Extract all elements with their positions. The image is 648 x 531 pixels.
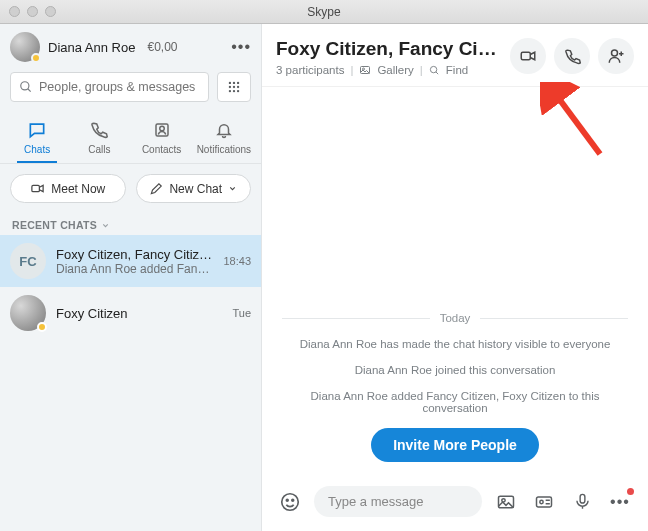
contact-card-button[interactable] [530,488,558,516]
avatar [10,295,46,331]
search-icon [19,80,33,94]
compose-icon [149,182,163,196]
tab-calls[interactable]: Calls [68,116,130,163]
svg-point-3 [233,82,235,84]
svg-rect-27 [580,494,585,503]
chat-title: Foxy Citizen, Fancy Citizen [56,247,213,262]
svg-rect-25 [537,497,552,507]
window-title: Skype [307,5,340,19]
more-composer-button[interactable]: ••• [606,488,634,516]
close-window-icon[interactable] [9,6,20,17]
gallery-icon [359,64,371,76]
svg-point-12 [159,126,164,131]
mic-icon [573,492,592,511]
tab-label: Contacts [142,144,181,155]
new-chat-button[interactable]: New Chat [136,174,252,203]
chat-item[interactable]: Foxy Citizen Tue [0,287,261,339]
svg-rect-18 [521,52,530,60]
svg-point-4 [237,82,239,84]
more-icon: ••• [610,493,630,511]
video-icon [30,181,45,196]
chat-preview: Diana Ann Roe added Fancy … [56,262,213,276]
tab-label: Notifications [197,144,251,155]
message-area: Today Diana Ann Roe has made the chat hi… [262,87,648,476]
profile-row[interactable]: Diana Ann Roe €0,00 ••• [0,24,261,68]
tab-chats[interactable]: Chats [6,116,68,163]
chat-time: Tue [232,307,251,319]
audio-call-button[interactable] [554,38,590,74]
button-label: New Chat [169,182,222,196]
chevron-down-icon [101,221,110,230]
video-icon [519,47,537,65]
find-link[interactable]: Find [446,64,468,76]
svg-point-20 [282,493,299,510]
svg-line-17 [436,71,438,73]
meet-now-button[interactable]: Meet Now [10,174,126,203]
card-icon [534,492,554,512]
svg-point-26 [540,500,543,503]
search-icon [429,65,440,76]
invite-more-button[interactable]: Invite More People [371,428,539,462]
add-people-button[interactable] [598,38,634,74]
avatar [10,32,40,62]
svg-line-1 [28,89,31,92]
search-input[interactable] [10,72,209,102]
chevron-down-icon [228,184,237,193]
add-user-icon [607,47,625,65]
title-bar: Skype [0,0,648,24]
emoji-button[interactable] [276,488,304,516]
svg-point-9 [233,90,235,92]
day-separator: Today [282,312,628,324]
svg-point-19 [612,50,618,56]
maximize-window-icon[interactable] [45,6,56,17]
phone-icon [564,48,581,65]
message-input[interactable]: Type a message [314,486,482,517]
system-message: Diana Ann Roe has made the chat history … [300,338,611,350]
contacts-icon [152,120,172,140]
svg-rect-13 [32,185,40,191]
media-icon [496,492,516,512]
more-icon[interactable]: ••• [231,38,251,56]
attach-media-button[interactable] [492,488,520,516]
minimize-window-icon[interactable] [27,6,38,17]
voice-message-button[interactable] [568,488,596,516]
phone-icon [89,120,109,140]
profile-name: Diana Ann Roe [48,40,135,55]
svg-point-16 [430,66,436,72]
notification-dot-icon [627,488,634,495]
svg-point-8 [229,90,231,92]
recent-chats-header[interactable]: RECENT CHATS [0,213,261,235]
svg-point-2 [229,82,231,84]
chat-icon [27,120,47,140]
conversation-title[interactable]: Foxy Citizen, Fancy Ci… [276,38,502,60]
video-call-button[interactable] [510,38,546,74]
smile-icon [279,491,301,513]
svg-point-7 [237,86,239,88]
presence-away-icon [37,322,47,332]
composer: Type a message ••• [262,476,648,531]
tab-notifications[interactable]: Notifications [193,116,255,163]
svg-point-22 [292,499,294,501]
profile-balance: €0,00 [147,40,177,54]
bell-icon [214,120,234,140]
svg-point-21 [286,499,288,501]
participants-count[interactable]: 3 participants [276,64,344,76]
group-avatar: FC [10,243,46,279]
dialpad-button[interactable] [217,72,251,102]
chat-item[interactable]: FC Foxy Citizen, Fancy Citizen Diana Ann… [0,235,261,287]
tab-contacts[interactable]: Contacts [131,116,193,163]
system-message: Diana Ann Roe added Fancy Citizen, Foxy … [282,390,628,414]
search-field[interactable] [39,80,200,94]
chat-list: FC Foxy Citizen, Fancy Citizen Diana Ann… [0,235,261,531]
traffic-lights [0,6,56,17]
tab-label: Calls [88,144,110,155]
dialpad-icon [227,80,241,94]
button-label: Meet Now [51,182,105,196]
svg-point-0 [21,82,29,90]
conversation-header: Foxy Citizen, Fancy Ci… 3 participants |… [262,24,648,87]
svg-point-5 [229,86,231,88]
chat-title: Foxy Citizen [56,306,222,321]
nav-tabs: Chats Calls Contacts Notifications [0,110,261,164]
chat-time: 18:43 [223,255,251,267]
gallery-link[interactable]: Gallery [377,64,413,76]
